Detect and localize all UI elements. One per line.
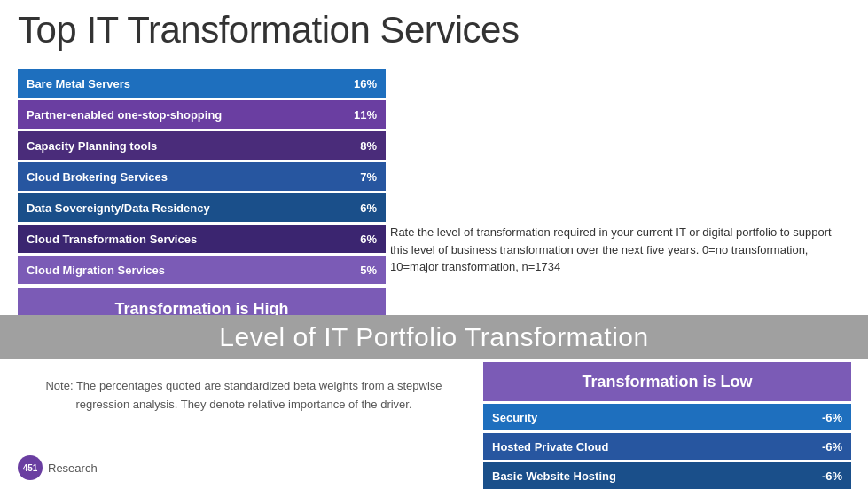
- table-row: Partner-enabled one-stop-shopping 11%: [18, 100, 386, 129]
- row-pct: 5%: [343, 258, 386, 282]
- low-row-label: Hosted Private Cloud: [483, 436, 802, 458]
- table-row: Bare Metal Servers 16%: [18, 69, 386, 98]
- table-row: Cloud Migration Services 5%: [18, 256, 386, 284]
- level-banner-text: Level of IT Portfolio Transformation: [219, 322, 648, 352]
- row-label: Partner-enabled one-stop-shopping: [18, 103, 343, 127]
- low-table-row: Security -6%: [483, 404, 851, 430]
- note-text: Note: The percentages quoted are standar…: [27, 368, 461, 414]
- footer-text: Research: [48, 461, 98, 475]
- row-label: Cloud Brokering Services: [18, 165, 343, 189]
- row-pct: 7%: [343, 165, 386, 189]
- row-label: Cloud Migration Services: [18, 258, 343, 282]
- row-pct: 11%: [343, 103, 386, 127]
- services-table: Bare Metal Servers 16% Partner-enabled o…: [18, 69, 386, 330]
- rate-description: Rate the level of transformation require…: [390, 224, 851, 276]
- row-label: Capacity Planning tools: [18, 134, 343, 158]
- level-banner: Level of IT Portfolio Transformation: [0, 315, 868, 359]
- transformation-low-label: Transformation is Low: [483, 362, 851, 401]
- table-row: Cloud Brokering Services 7%: [18, 162, 386, 191]
- row-label: Data Sovereignty/Data Residency: [18, 196, 343, 220]
- low-row-pct: -6%: [802, 436, 851, 458]
- page-title: Top IT Transformation Services: [18, 9, 519, 51]
- low-row-label: Basic Website Hosting: [483, 465, 802, 487]
- low-table-row: Basic Website Hosting -6%: [483, 462, 851, 489]
- row-label: Bare Metal Servers: [18, 72, 343, 96]
- footer: 451 Research: [18, 455, 98, 480]
- low-row-pct: -6%: [802, 465, 851, 487]
- row-label: Cloud Transformation Services: [18, 227, 343, 251]
- table-row: Capacity Planning tools 8%: [18, 131, 386, 160]
- low-table-row: Hosted Private Cloud -6%: [483, 433, 851, 460]
- low-section: Transformation is Low Security -6% Hoste…: [483, 362, 851, 489]
- table-row: Data Sovereignty/Data Residency 6%: [18, 193, 386, 222]
- low-row-pct: -6%: [802, 406, 851, 429]
- logo: 451: [18, 455, 43, 480]
- row-pct: 6%: [343, 227, 386, 251]
- low-row-label: Security: [483, 406, 802, 429]
- table-row: Cloud Transformation Services 6%: [18, 225, 386, 253]
- row-pct: 6%: [343, 196, 386, 220]
- row-pct: 8%: [343, 134, 386, 158]
- row-pct: 16%: [343, 72, 386, 96]
